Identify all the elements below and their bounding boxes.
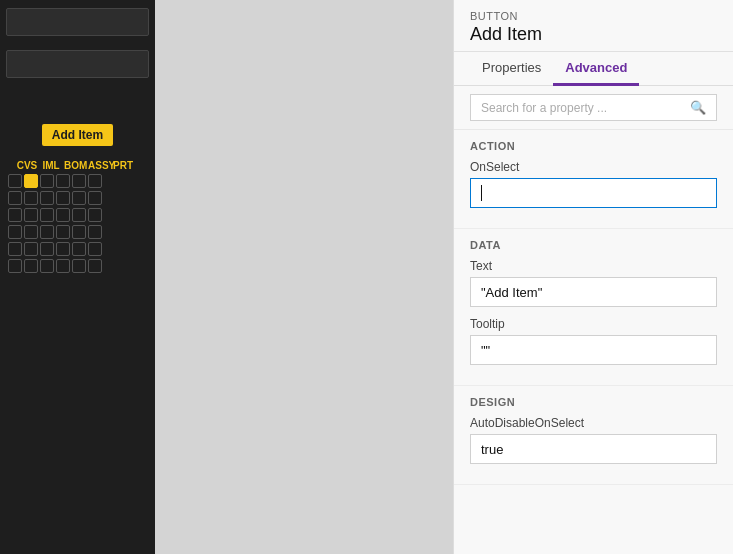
- checkbox-5-4[interactable]: [88, 259, 102, 273]
- action-section-label: ACTION: [470, 140, 717, 152]
- design-section-label: DESIGN: [470, 396, 717, 408]
- checkbox-3-4[interactable]: [88, 225, 102, 239]
- text-cursor: [481, 185, 482, 201]
- left-panel: Add Item CVS IML BOM ASSY PRT: [0, 0, 155, 554]
- checkbox-row-4: [6, 242, 149, 256]
- checkbox-2-1[interactable]: [40, 208, 54, 222]
- col-header-cvs: CVS: [16, 160, 38, 171]
- checkbox-5-2[interactable]: [56, 259, 70, 273]
- text-field-value[interactable]: "Add Item": [470, 277, 717, 307]
- auto-disable-label: AutoDisableOnSelect: [470, 416, 717, 430]
- checkbox-4-4[interactable]: [88, 242, 102, 256]
- checkbox-4-0[interactable]: [24, 242, 38, 256]
- column-headers: CVS IML BOM ASSY PRT: [6, 160, 149, 171]
- checkbox-1-4[interactable]: [88, 191, 102, 205]
- checkbox-0-2[interactable]: [56, 174, 70, 188]
- input-bar-1[interactable]: [6, 8, 149, 36]
- search-input-placeholder: Search for a property ...: [481, 101, 607, 115]
- checkbox-2-0[interactable]: [24, 208, 38, 222]
- tooltip-field-label: Tooltip: [470, 317, 717, 331]
- checkbox-1-2[interactable]: [56, 191, 70, 205]
- onselect-field-group: OnSelect: [470, 160, 717, 208]
- add-item-button[interactable]: Add Item: [42, 124, 113, 146]
- row-lead-check-1[interactable]: [8, 191, 22, 205]
- data-section-label: DATA: [470, 239, 717, 251]
- checkbox-2-4[interactable]: [88, 208, 102, 222]
- checkbox-4-2[interactable]: [56, 242, 70, 256]
- panel-content: ACTION OnSelect DATA Text "Add Item" Too…: [454, 130, 733, 554]
- checkbox-row-5: [6, 259, 149, 273]
- row-lead-check-2[interactable]: [8, 208, 22, 222]
- tooltip-field-value[interactable]: "": [470, 335, 717, 365]
- action-section: ACTION OnSelect: [454, 130, 733, 229]
- checkbox-1-3[interactable]: [72, 191, 86, 205]
- checkbox-3-3[interactable]: [72, 225, 86, 239]
- onselect-label: OnSelect: [470, 160, 717, 174]
- data-section: DATA Text "Add Item" Tooltip "": [454, 229, 733, 386]
- tab-properties[interactable]: Properties: [470, 52, 553, 86]
- checkbox-0-3[interactable]: [72, 174, 86, 188]
- center-panel: [155, 0, 453, 554]
- checkbox-3-1[interactable]: [40, 225, 54, 239]
- checkbox-row-0: [6, 174, 149, 188]
- checkbox-0-0[interactable]: [24, 174, 38, 188]
- col-header-prt: PRT: [112, 160, 134, 171]
- checkbox-row-1: [6, 191, 149, 205]
- input-bar-2[interactable]: [6, 50, 149, 78]
- element-name-label: Add Item: [470, 24, 717, 45]
- tab-advanced[interactable]: Advanced: [553, 52, 639, 86]
- checkbox-2-2[interactable]: [56, 208, 70, 222]
- checkbox-4-1[interactable]: [40, 242, 54, 256]
- row-lead-check-3[interactable]: [8, 225, 22, 239]
- panel-header: BUTTON Add Item: [454, 0, 733, 52]
- checkbox-5-3[interactable]: [72, 259, 86, 273]
- design-section: DESIGN AutoDisableOnSelect true: [454, 386, 733, 485]
- checkbox-1-0[interactable]: [24, 191, 38, 205]
- checkbox-0-4[interactable]: [88, 174, 102, 188]
- checkbox-5-1[interactable]: [40, 259, 54, 273]
- row-lead-check-5[interactable]: [8, 259, 22, 273]
- col-header-iml: IML: [40, 160, 62, 171]
- checkbox-row-2: [6, 208, 149, 222]
- checkbox-row-3: [6, 225, 149, 239]
- checkbox-3-2[interactable]: [56, 225, 70, 239]
- checkbox-1-1[interactable]: [40, 191, 54, 205]
- row-lead-check-4[interactable]: [8, 242, 22, 256]
- text-field-group: Text "Add Item": [470, 259, 717, 307]
- checkbox-area: CVS IML BOM ASSY PRT: [6, 160, 149, 546]
- col-header-bom: BOM: [64, 160, 86, 171]
- tooltip-field-group: Tooltip "": [470, 317, 717, 365]
- right-panel: BUTTON Add Item Properties Advanced Sear…: [453, 0, 733, 554]
- element-type-label: BUTTON: [470, 10, 717, 22]
- search-icon: 🔍: [690, 100, 706, 115]
- onselect-value[interactable]: [470, 178, 717, 208]
- checkbox-0-1[interactable]: [40, 174, 54, 188]
- text-field-label: Text: [470, 259, 717, 273]
- search-input-wrapper[interactable]: Search for a property ... 🔍: [470, 94, 717, 121]
- auto-disable-value[interactable]: true: [470, 434, 717, 464]
- checkbox-4-3[interactable]: [72, 242, 86, 256]
- panel-tabs: Properties Advanced: [454, 52, 733, 86]
- auto-disable-field-group: AutoDisableOnSelect true: [470, 416, 717, 464]
- search-bar: Search for a property ... 🔍: [454, 86, 733, 130]
- col-header-assy: ASSY: [88, 160, 110, 171]
- checkbox-3-0[interactable]: [24, 225, 38, 239]
- checkbox-5-0[interactable]: [24, 259, 38, 273]
- row-lead-check-0[interactable]: [8, 174, 22, 188]
- checkbox-2-3[interactable]: [72, 208, 86, 222]
